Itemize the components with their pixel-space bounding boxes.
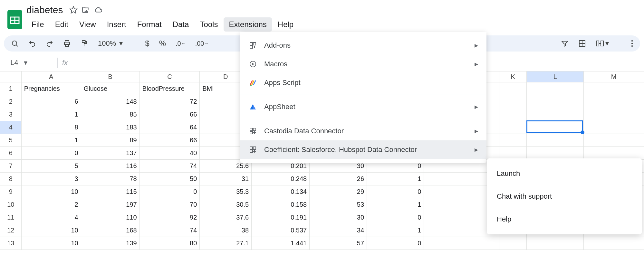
name-box[interactable]: L4 ▾: [6, 57, 55, 69]
cell[interactable]: 6: [21, 95, 81, 108]
cell[interactable]: [499, 237, 527, 250]
cell[interactable]: 78: [81, 173, 139, 185]
cell[interactable]: 92: [139, 211, 200, 224]
menu-help[interactable]: Help: [273, 17, 299, 32]
row-header-9[interactable]: 9: [0, 185, 22, 198]
cell[interactable]: 8: [21, 121, 81, 134]
menu-format[interactable]: Format: [132, 17, 167, 32]
cell[interactable]: 30: [310, 211, 367, 224]
cell[interactable]: 31: [200, 173, 252, 185]
document-title[interactable]: diabetes: [26, 5, 65, 15]
cell[interactable]: [584, 147, 644, 160]
cell[interactable]: 50: [139, 173, 200, 185]
cell[interactable]: 139: [81, 237, 139, 250]
row-header-10[interactable]: 10: [0, 198, 22, 211]
cell[interactable]: 0: [367, 185, 424, 198]
row-header-1[interactable]: 1: [0, 82, 22, 95]
cell[interactable]: 0.191: [252, 211, 310, 224]
sheets-app-icon[interactable]: [7, 10, 23, 30]
cell[interactable]: [584, 134, 644, 147]
cell[interactable]: 0: [367, 237, 424, 250]
currency-format-icon[interactable]: $: [145, 39, 149, 48]
cell[interactable]: [424, 211, 481, 224]
paint-format-icon[interactable]: [81, 40, 88, 47]
cell[interactable]: [424, 198, 481, 211]
cell[interactable]: 26: [310, 173, 367, 185]
cell[interactable]: 66: [139, 134, 200, 147]
cell[interactable]: 80: [139, 237, 200, 250]
cell[interactable]: 64: [139, 121, 200, 134]
ext-menu-item-2[interactable]: Apps Script: [240, 73, 486, 92]
cell[interactable]: BloodPressure: [139, 82, 200, 95]
col-header-A[interactable]: A: [21, 71, 81, 82]
cell[interactable]: 5: [21, 160, 81, 173]
ext-menu-item-0[interactable]: Add-ons▸: [240, 36, 486, 55]
col-header-L[interactable]: L: [527, 71, 584, 82]
menu-extensions[interactable]: Extensions: [224, 17, 272, 32]
submenu-item-chat-with-support[interactable]: Chat with support: [487, 185, 642, 208]
cell[interactable]: [499, 108, 527, 121]
ext-menu-item-4[interactable]: AppSheet▸: [240, 98, 486, 116]
cell[interactable]: [527, 82, 584, 95]
increase-decimal-icon[interactable]: .00→: [195, 40, 209, 47]
cell[interactable]: 0: [367, 211, 424, 224]
search-icon[interactable]: [11, 40, 19, 47]
cell[interactable]: 197: [81, 198, 139, 211]
select-all-corner[interactable]: [0, 71, 22, 82]
cell[interactable]: [499, 95, 527, 108]
menu-view[interactable]: View: [74, 17, 101, 32]
cell[interactable]: 0.537: [252, 224, 310, 237]
cell[interactable]: 29: [310, 185, 367, 198]
cell[interactable]: 66: [139, 108, 200, 121]
cell[interactable]: 0.248: [252, 173, 310, 185]
menu-insert[interactable]: Insert: [102, 17, 131, 32]
redo-icon[interactable]: [46, 40, 53, 47]
cell[interactable]: [527, 121, 584, 134]
cell[interactable]: 38: [200, 224, 252, 237]
cell[interactable]: 1: [367, 173, 424, 185]
cell[interactable]: 37.6: [200, 211, 252, 224]
row-header-4[interactable]: 4: [0, 121, 22, 134]
row-header-3[interactable]: 3: [0, 108, 22, 121]
percent-format-icon[interactable]: %: [159, 39, 166, 48]
col-header-C[interactable]: C: [139, 71, 200, 82]
cell[interactable]: 10: [21, 185, 81, 198]
submenu-item-help[interactable]: Help: [487, 208, 642, 231]
ext-menu-item-6[interactable]: Castodia Data Connector▸: [240, 122, 486, 140]
row-header-6[interactable]: 6: [0, 147, 22, 160]
cell[interactable]: 40: [139, 147, 200, 160]
print-icon[interactable]: [63, 40, 71, 47]
menu-tools[interactable]: Tools: [195, 17, 223, 32]
cell[interactable]: 74: [139, 224, 200, 237]
cell[interactable]: [424, 185, 481, 198]
cell[interactable]: 89: [81, 134, 139, 147]
row-header-8[interactable]: 8: [0, 173, 22, 185]
cell[interactable]: [527, 134, 584, 147]
cell[interactable]: [499, 121, 527, 134]
cell[interactable]: [527, 147, 584, 160]
menu-file[interactable]: File: [26, 17, 49, 32]
cell[interactable]: [527, 237, 584, 250]
move-icon[interactable]: [82, 6, 90, 14]
cell[interactable]: 4: [21, 211, 81, 224]
filter-icon[interactable]: [561, 40, 569, 47]
col-header-M[interactable]: M: [584, 71, 644, 82]
cell[interactable]: 116: [81, 160, 139, 173]
cell[interactable]: 1: [367, 198, 424, 211]
cell[interactable]: [527, 95, 584, 108]
cell[interactable]: 168: [81, 224, 139, 237]
cell[interactable]: 110: [81, 211, 139, 224]
cell[interactable]: 183: [81, 121, 139, 134]
cell[interactable]: 85: [81, 108, 139, 121]
cell[interactable]: [584, 108, 644, 121]
row-header-13[interactable]: 13: [0, 237, 22, 250]
cell[interactable]: 53: [310, 198, 367, 211]
row-header-7[interactable]: 7: [0, 160, 22, 173]
cell[interactable]: 1.441: [252, 237, 310, 250]
cell[interactable]: [499, 147, 527, 160]
cell[interactable]: [584, 82, 644, 95]
row-header-11[interactable]: 11: [0, 211, 22, 224]
cell[interactable]: [499, 134, 527, 147]
star-icon[interactable]: [69, 6, 78, 14]
cell[interactable]: 10: [21, 224, 81, 237]
